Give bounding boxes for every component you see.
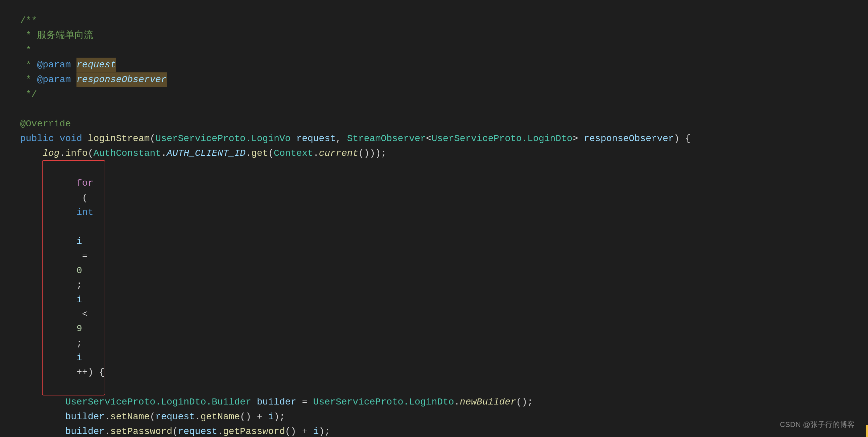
- line-2: * 服务端单向流: [20, 28, 848, 43]
- sidebar-marker: [866, 425, 868, 437]
- line-builder-decl: UserServiceProto.LoginDto.Builder builde…: [20, 395, 848, 409]
- line-log1: log . info ( AuthConstant . AUTH_CLIENT_…: [20, 146, 848, 161]
- code-block: /** * 服务端单向流 * * @param request * @param…: [0, 0, 868, 437]
- line-method-sig: public void loginStream ( UserServicePro…: [20, 131, 848, 146]
- line-setname: builder . setName ( request . getName ()…: [20, 409, 848, 424]
- watermark: CSDN @张子行的博客: [780, 419, 855, 430]
- for-highlight-box: for ( int i = 0 ; i < 9 ; i ++) {: [42, 161, 105, 395]
- line-3: *: [20, 43, 848, 58]
- line-for: for ( int i = 0 ; i < 9 ; i ++) {: [20, 161, 848, 395]
- line-1: /**: [20, 13, 848, 28]
- line-blank: [20, 102, 848, 116]
- line-setpassword: builder . setPassword ( request . getPas…: [20, 424, 848, 437]
- line-4: * @param request: [20, 58, 848, 72]
- line-5: * @param responseObserver: [20, 72, 848, 87]
- line-6: */: [20, 87, 848, 102]
- line-override: @Override: [20, 116, 848, 131]
